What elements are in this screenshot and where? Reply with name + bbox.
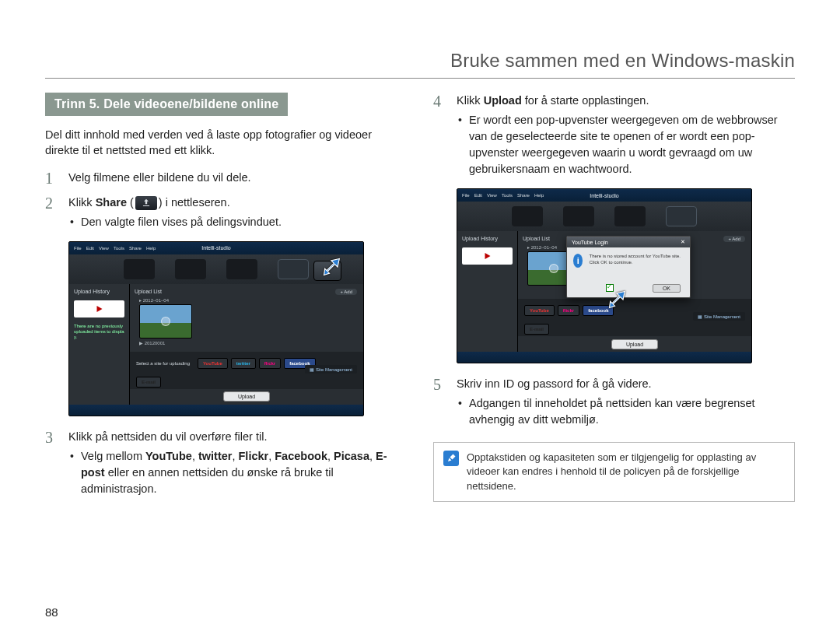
info-icon: i [573, 254, 583, 268]
share-icon [135, 196, 157, 210]
tool-share [666, 206, 697, 226]
side-text: There are no previously uploaded items t… [74, 324, 124, 341]
panel-label: Upload History [462, 236, 513, 241]
step-4: 4 Klikk Upload for å starte opplastingen… [433, 93, 795, 181]
step-body: Klikk på nettsiden du vil overføre filer… [68, 429, 407, 500]
add-button: + Add [335, 289, 357, 295]
sites-header: Select a site for uploading [136, 361, 190, 366]
add-button: + Add [723, 236, 745, 242]
app-footer [457, 352, 751, 363]
step-body: Klikk Upload for å starte opplastingen. … [457, 93, 795, 181]
menu-item: Share [517, 193, 530, 198]
step-number: 3 [45, 429, 58, 500]
date-label: ▸ 2012–01–04 [139, 297, 359, 303]
upload-list-panel: Upload List + Add ▸ 2012–01–04 ▶ 2012000… [130, 284, 363, 405]
popup-header: YouTube Login✕ [567, 237, 690, 247]
app-footer [69, 405, 363, 416]
menu-item: File [74, 246, 82, 251]
note-box: Opptakstiden og kapasiteten som er tilgj… [433, 442, 795, 502]
menu-item: Tools [114, 246, 124, 251]
site-email: E-mail [142, 380, 156, 384]
step-number: 1 [45, 170, 58, 187]
right-column: 4 Klikk Upload for å starte opplastingen… [433, 93, 795, 508]
intro-text: Del ditt innhold med verden ved å laste … [45, 127, 407, 159]
login-popup: YouTube Login✕ i There is no stored acco… [566, 236, 691, 298]
thumbnail [139, 304, 192, 339]
step-number: 5 [433, 376, 446, 431]
text-fragment: ( [127, 196, 134, 209]
site-flickr: flickr [563, 308, 574, 313]
tool-photo-edit [614, 206, 646, 226]
site-twitter: twitter [236, 361, 250, 366]
step-number: 4 [433, 93, 446, 181]
site-email: E-mail [530, 327, 544, 332]
menu-item: Help [534, 193, 544, 198]
step-body: Klikk Share () i nettleseren. Den valgte… [68, 195, 407, 233]
left-column: Trinn 5. Dele videoene/bildene online De… [45, 93, 407, 508]
menu-item: View [99, 246, 109, 251]
panel-label: Upload List [135, 289, 359, 294]
step-number: 2 [45, 195, 58, 233]
tool-photo-edit [226, 259, 257, 279]
app-title: Intelli-studio [201, 242, 230, 254]
menu-item: Help [146, 246, 156, 251]
note-icon [443, 451, 459, 466]
menu-item: Edit [86, 246, 94, 251]
step5-banner: Trinn 5. Dele videoene/bildene online [45, 93, 288, 116]
tool-movie-edit [563, 206, 594, 226]
panel-label: Upload History [74, 289, 124, 294]
site-flickr: flickr [264, 361, 275, 366]
upload-button: Upload [611, 339, 658, 349]
text-fragment: ) i nettleseren. [159, 196, 230, 209]
youtube-icon [74, 300, 124, 317]
bullet-item: Er wordt een pop-upvenster weergegeven o… [457, 112, 795, 177]
menu-item: Tools [502, 193, 513, 198]
step-3: 3 Klikk på nettsiden du vil overføre fil… [45, 429, 407, 500]
step-body: Skriv inn ID og passord for å gå videre.… [457, 376, 795, 431]
app-title: Intelli-studio [590, 189, 618, 202]
filename: ▶ 20120001 [139, 340, 359, 346]
site-youtube: YouTube [203, 361, 222, 366]
screenshot-login-popup: File Edit View Tools Share Help Intelli-… [457, 188, 752, 363]
step-body: Velg filmene eller bildene du vil dele. [68, 170, 407, 187]
app-toolbar [457, 202, 751, 231]
page-header-title: Bruke sammen med en Windows-maskin [45, 50, 795, 79]
site-youtube: YouTube [530, 308, 549, 313]
close-icon: ✕ [681, 239, 685, 245]
callout-arrow-icon [607, 289, 628, 310]
ok-button: OK [653, 284, 681, 293]
page-number: 88 [45, 605, 58, 619]
popup-text: There is no stored account for YouTube s… [589, 254, 684, 268]
upload-history-panel: Upload History There are no previously u… [69, 284, 130, 405]
bullet-item: Velg mellom YouTube, twitter, Flickr, Fa… [68, 448, 407, 497]
menu-item: Edit [474, 193, 482, 198]
site-facebook: facebook [588, 308, 608, 313]
callout-arrow-icon [321, 256, 343, 278]
text-fragment: Klikk [68, 196, 96, 209]
menu-item: Share [129, 246, 142, 251]
screenshot-share-window: File Edit View Tools Share Help Intelli-… [68, 241, 364, 416]
tool-library [124, 259, 155, 279]
upload-history-panel: Upload History [457, 231, 518, 352]
site-management: ▦ Site Management [693, 312, 745, 321]
tool-library [512, 206, 543, 226]
bullet-item: Adgangen til inneholdet på nettsiden kan… [457, 395, 795, 428]
step-2: 2 Klikk Share () i nettleseren. Den valg… [45, 195, 407, 233]
site-management: ▦ Site Management [305, 365, 357, 374]
bullet-item: Den valgte filen vises på delingsvinduet… [68, 214, 407, 230]
tool-share [278, 259, 309, 279]
upload-button: Upload [223, 391, 270, 402]
share-label: Share [96, 196, 127, 209]
step-5: 5 Skriv inn ID og passord for å gå vider… [433, 376, 795, 431]
step-1: 1 Velg filmene eller bildene du vil dele… [45, 170, 407, 187]
note-text: Opptakstiden og kapasiteten som er tilgj… [467, 451, 785, 493]
menu-item: File [462, 193, 470, 198]
youtube-icon [462, 247, 513, 265]
tool-movie-edit [175, 259, 206, 279]
menu-item: View [487, 193, 497, 198]
